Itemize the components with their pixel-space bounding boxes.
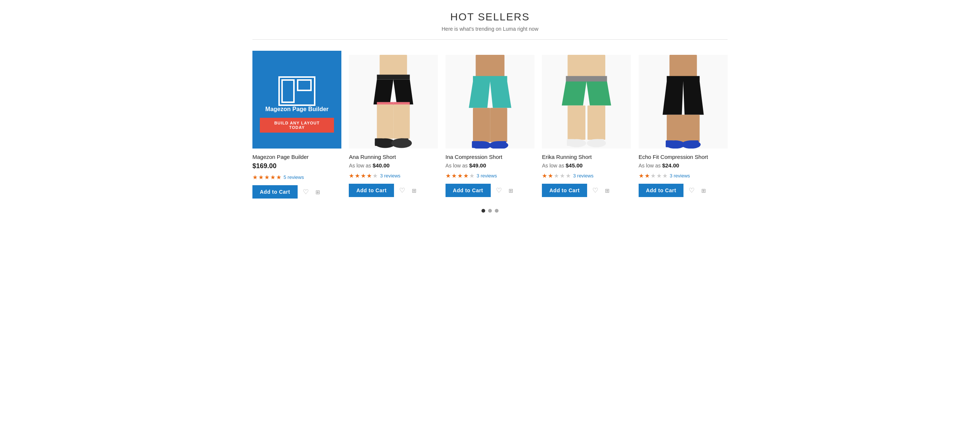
reviews-link-echo[interactable]: 3 reviews (670, 173, 690, 179)
svg-rect-10 (377, 105, 393, 138)
price-label-echo: As low as (639, 163, 661, 168)
svg-rect-43 (667, 115, 684, 142)
star-3: ★ (554, 172, 559, 179)
wishlist-button-magezon[interactable]: ♡ (301, 186, 310, 197)
compare-button-erika[interactable]: ⊞ (603, 185, 611, 196)
compare-icon: ⊞ (509, 187, 513, 194)
add-to-cart-button-echo[interactable]: Add to Cart (639, 184, 684, 197)
star-5: ★ (372, 172, 378, 179)
actions-row-magezon: Add to Cart ♡ ⊞ (252, 185, 341, 198)
star-3: ★ (651, 172, 656, 179)
compare-button-echo[interactable]: ⊞ (700, 185, 708, 196)
svg-rect-39 (670, 55, 697, 77)
star-4: ★ (463, 172, 468, 179)
svg-rect-26 (498, 141, 506, 148)
magezon-layout-icon (278, 76, 315, 106)
product-image-wrap-ana (349, 51, 438, 149)
product-item-ana: Ana Running Short As low as $40.00 ★ ★ ★… (349, 51, 438, 197)
carousel-dot-3[interactable] (495, 209, 498, 213)
carousel-dot-2[interactable] (488, 209, 492, 213)
svg-rect-4 (380, 55, 407, 75)
star-5: ★ (566, 172, 571, 179)
svg-rect-29 (566, 76, 607, 81)
star-1: ★ (445, 172, 451, 179)
star-5: ★ (469, 172, 474, 179)
product-rating-echo: ★ ★ ★ ★ ★ 3 reviews (639, 172, 728, 179)
section-title: HOT SELLERS (252, 11, 728, 23)
compare-icon: ⊞ (605, 187, 610, 194)
price-label-ina: As low as (445, 163, 468, 168)
svg-rect-44 (682, 115, 699, 142)
svg-marker-7 (394, 79, 414, 105)
reviews-link-ana[interactable]: 3 reviews (380, 173, 400, 179)
svg-rect-35 (567, 139, 574, 146)
magezon-cta-button[interactable]: BUILD ANY LAYOUT TODAY (260, 118, 334, 133)
product-image-wrap-erika (542, 51, 631, 149)
star-2: ★ (355, 172, 360, 179)
product-name-ana: Ana Running Short (349, 154, 438, 160)
product-rating-magezon: ★ ★ ★ ★ ★ 5 reviews (252, 174, 341, 181)
wishlist-button-echo[interactable]: ♡ (687, 185, 696, 196)
product-name-echo: Echo Fit Compression Short (639, 154, 728, 160)
star-5: ★ (276, 174, 281, 181)
star-2: ★ (644, 172, 650, 179)
product-item-ina: Ina Compression Short As low as $49.00 ★… (445, 51, 535, 197)
magezon-banner: Magezon Page Builder BUILD ANY LAYOUT TO… (252, 51, 341, 149)
star-3: ★ (457, 172, 463, 179)
svg-rect-15 (400, 138, 409, 146)
price-label-ana: As low as (349, 163, 371, 168)
stars-erika: ★ ★ ★ ★ ★ (542, 172, 571, 179)
svg-marker-6 (374, 79, 394, 105)
svg-rect-40 (667, 76, 699, 81)
product-rating-erika: ★ ★ ★ ★ ★ 3 reviews (542, 172, 631, 179)
carousel-dot-1[interactable] (482, 209, 485, 213)
svg-rect-2 (298, 80, 311, 91)
product-item-echo: Echo Fit Compression Short As low as $24… (639, 51, 728, 197)
products-grid: Magezon Page Builder BUILD ANY LAYOUT TO… (252, 51, 728, 198)
add-to-cart-button-erika[interactable]: Add to Cart (542, 184, 587, 197)
carousel-dots (252, 209, 728, 213)
reviews-link-erika[interactable]: 3 reviews (573, 173, 593, 179)
svg-rect-13 (375, 138, 383, 146)
svg-marker-31 (586, 81, 611, 106)
svg-marker-30 (562, 81, 587, 106)
wishlist-button-erika[interactable]: ♡ (591, 185, 600, 196)
compare-icon: ⊞ (315, 189, 320, 195)
price-value-erika: $45.00 (566, 162, 583, 168)
add-to-cart-button-ana[interactable]: Add to Cart (349, 184, 394, 197)
star-1: ★ (542, 172, 547, 179)
star-3: ★ (361, 172, 366, 179)
svg-rect-5 (377, 75, 410, 79)
actions-row-ina: Add to Cart ♡ ⊞ (445, 184, 535, 197)
wishlist-button-ina[interactable]: ♡ (495, 185, 503, 196)
compare-button-magezon[interactable]: ⊞ (314, 187, 322, 197)
svg-rect-33 (587, 106, 605, 140)
svg-rect-32 (568, 106, 585, 140)
compare-button-ana[interactable]: ⊞ (410, 185, 418, 196)
add-to-cart-button-magezon[interactable]: Add to Cart (252, 185, 298, 198)
stars-ana: ★ ★ ★ ★ ★ (349, 172, 378, 179)
product-price-echo: As low as $24.00 (639, 162, 728, 168)
product-item-erika: Erika Running Short As low as $45.00 ★ ★… (542, 51, 631, 197)
product-price-ina: As low as $49.00 (445, 162, 535, 168)
wishlist-button-ana[interactable]: ♡ (398, 185, 407, 196)
product-image-erika (542, 51, 631, 149)
star-4: ★ (560, 172, 565, 179)
actions-row-erika: Add to Cart ♡ ⊞ (542, 184, 631, 197)
compare-icon: ⊞ (412, 187, 417, 194)
star-4: ★ (656, 172, 662, 179)
heart-icon: ♡ (592, 187, 598, 194)
product-rating-ana: ★ ★ ★ ★ ★ 3 reviews (349, 172, 438, 179)
add-to-cart-button-ina[interactable]: Add to Cart (445, 184, 491, 197)
heart-icon: ♡ (496, 187, 502, 194)
svg-rect-48 (691, 140, 698, 147)
svg-rect-1 (282, 80, 294, 102)
star-1: ★ (349, 172, 354, 179)
compare-button-ina[interactable]: ⊞ (507, 185, 515, 196)
svg-rect-28 (568, 55, 606, 77)
product-price-magezon: $169.00 (252, 162, 341, 170)
svg-rect-37 (597, 139, 604, 146)
heart-icon: ♡ (399, 187, 405, 194)
reviews-link-ina[interactable]: 3 reviews (477, 173, 497, 179)
reviews-link-magezon[interactable]: 5 reviews (283, 175, 304, 180)
